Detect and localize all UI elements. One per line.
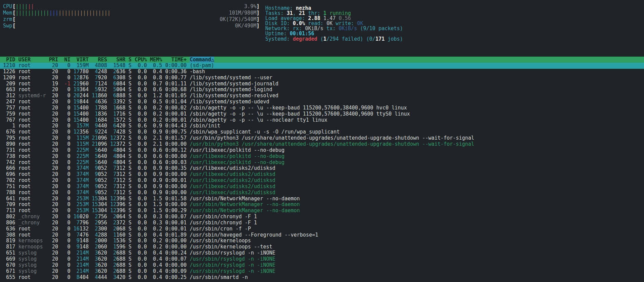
res-cell: 7	[92, 81, 98, 87]
state-cell: S	[125, 268, 131, 274]
res-cell: 2	[92, 238, 98, 244]
command-cell: /usr/sbin/cron -f -P	[187, 226, 251, 232]
process-row-209[interactable]: 209 root 19 -1 21960 7124 6084 S 0.0 0.7…	[0, 81, 644, 87]
res-cell: 4	[92, 99, 98, 105]
process-row-312[interactable]: 312 systemd-r 20 0 20244 11860 6888 S 0.…	[0, 93, 644, 99]
column-header-command[interactable]: Command△	[190, 57, 214, 63]
process-row-671[interactable]: 671 syslog 20 0 214M 3620 2688 S 0.0 0.4…	[0, 268, 644, 275]
swp-meter: Swp[0K/490M]	[3, 23, 259, 29]
pri-cell: 20	[46, 274, 58, 280]
column-header-ni[interactable]: NI	[61, 57, 70, 63]
pri-cell: 20	[46, 153, 58, 159]
process-row-1226[interactable]: 1226 root 20 0 17780 4248 2636 S 0.0 0.4…	[0, 69, 644, 75]
process-row-806[interactable]: 806 _chrony 20 0 7796 2956 2372 S 0.0 0.…	[0, 220, 644, 226]
process-row-696[interactable]: 696 root 20 0 374M 9052 7312 S 0.0 0.9 0…	[0, 172, 644, 178]
process-row-247[interactable]: 247 root 20 0 19844 4636 3392 S 0.0 0.5 …	[0, 99, 644, 105]
process-row-308[interactable]: 308 root 20 0 7476 4288 1160 S 0.0 0.4 0…	[0, 232, 644, 238]
process-row-757[interactable]: 757 root 20 0 15400 1788 1668 S 0.0 0.2 …	[0, 105, 644, 111]
systemd-text: Systemd:	[265, 36, 293, 42]
mem-meter-open-bracket: [	[13, 10, 16, 16]
command-cell: /usr/sbin/NetworkManager --no-daemon	[187, 207, 300, 214]
process-row-666[interactable]: 666 root 20 0 374M 9052 7312 S 0.0 0.9 0…	[0, 165, 644, 172]
process-row-767[interactable]: 767 root 20 0 15400 1684 1572 S 0.0 0.2 …	[0, 117, 644, 123]
cpu-bar-segment-red: ||	[28, 3, 34, 9]
column-header-user[interactable]: USER	[18, 57, 46, 63]
time-cell: 0:01.04	[162, 99, 187, 105]
res-cell: 620	[98, 268, 107, 274]
column-header-mem%[interactable]: MEM%	[150, 57, 162, 63]
state-cell: S	[125, 129, 131, 135]
zrm-meter-close-bracket: ]	[256, 16, 259, 23]
shr-cell: 2	[110, 68, 116, 75]
process-row-1[interactable]: 1 root 20 0 157M 9440 6420 S 0.6 0.9 0:0…	[0, 123, 644, 129]
pri-cell: 20	[46, 159, 58, 165]
process-row-742[interactable]: 742 root 20 0 225M 5640 4804 S 0.0 0.6 0…	[0, 160, 644, 166]
process-row-670[interactable]: 670 syslog 20 0 214M 3620 2688 S 0.0 0.4…	[0, 262, 644, 268]
user-cell: syslog	[15, 256, 46, 262]
process-row-759[interactable]: 759 root 20 0 15400 1836 1716 S 0.0 0.2 …	[0, 111, 644, 117]
time-cell: 0:00.09	[162, 268, 187, 274]
command-cell: /usr/sbin/chronyd -F 1	[187, 220, 257, 226]
column-header-shr[interactable]: SHR	[110, 57, 125, 63]
column-header-cpu%[interactable]: CPU%	[134, 57, 147, 63]
column-header-time+[interactable]: TIME+	[165, 57, 187, 63]
process-row-788[interactable]: 788 root 20 0 374M 9052 7312 S 0.0 0.9 0…	[0, 190, 644, 196]
cpu-cell: 0.0	[131, 141, 147, 147]
time-cell: 0:00.02	[162, 105, 187, 111]
ni-cell: 0	[58, 63, 70, 68]
time-cell: 0:00.01	[162, 226, 187, 232]
column-header-res[interactable]: RES	[92, 57, 107, 63]
user-cell: root	[15, 232, 46, 238]
process-row-636[interactable]: 636 root 20 0 16132 2300 2068 S 0.0 0.2 …	[0, 226, 644, 232]
process-row-731[interactable]: 731 root 20 0 225M 5640 4804 S 0.0 0.6 0…	[0, 147, 644, 154]
process-row-669[interactable]: 669 syslog 20 0 214M 3620 2688 S 0.0 0.4…	[0, 256, 644, 262]
state-cell: S	[125, 68, 131, 75]
virt-cell: 374M	[74, 177, 89, 183]
column-header-virt[interactable]: VIRT	[74, 57, 89, 63]
process-row-819[interactable]: 819 kernoops 20 0 9148 2000 1536 S 0.0 0…	[0, 238, 644, 244]
process-row-676[interactable]: 676 root 20 0 12356 9224 7428 S 0.0 0.9 …	[0, 129, 644, 135]
res-cell: 15	[92, 196, 98, 202]
process-row-1210[interactable]: 1210 root 20 0 159M 4808 1548 S 0.0 0.5 …	[0, 63, 644, 69]
process-row-655[interactable]: 655 root 20 0 8404 4444 3420 S 0.0 0.4 0…	[0, 275, 644, 281]
state-cell: S	[125, 201, 131, 207]
process-row-817[interactable]: 817 kernoops 20 0 9148 2060 1596 S 0.0 0…	[0, 244, 644, 250]
pid-cell: 663	[0, 86, 15, 93]
process-row-751[interactable]: 751 root 20 0 374M 9052 7312 S 0.0 0.9 0…	[0, 184, 644, 190]
column-header-pri[interactable]: PRI	[49, 57, 58, 63]
process-row-802[interactable]: 802 _chrony 20 0 16020 2756 2064 S 0.0 0…	[0, 214, 644, 220]
state-cell: S	[125, 214, 131, 220]
shr-cell: 3	[110, 274, 116, 280]
user-cell: root	[15, 63, 46, 68]
res-cell: 2	[92, 220, 98, 226]
column-header-s[interactable]: S	[128, 57, 131, 63]
process-row-651[interactable]: 651 syslog 20 0 214M 3620 2688 S 0.0 0.4…	[0, 250, 644, 256]
process-row-641[interactable]: 641 root 20 0 253M 15304 12396 S 0.0 1.5…	[0, 196, 644, 202]
process-row-890[interactable]: 890 root 20 0 115M 21096 12372 S 0.0 2.1…	[0, 141, 644, 147]
command-cell: /lib/systemd/systemd-udevd	[187, 99, 269, 105]
ni-cell: 0	[58, 177, 70, 183]
shr-cell: 064	[116, 214, 125, 220]
command-cell: /usr/sbin/chronyd -F 1	[187, 214, 257, 220]
mem-cell: 1.5	[147, 201, 162, 207]
user-cell: root	[15, 75, 46, 81]
process-row-713[interactable]: 713 root 20 0 253M 15304 12396 S 0.0 1.5…	[0, 208, 644, 214]
network-text: 0KiB/s	[339, 25, 357, 32]
virt-cell: 12	[74, 129, 80, 135]
user-cell: root	[15, 189, 46, 196]
process-row-795[interactable]: 795 root 20 0 115M 21096 12372 S 0.0 2.1…	[0, 135, 644, 141]
process-row-1209[interactable]: 1209 root 20 0 12876 7920 6308 S 0.0 0.8…	[0, 75, 644, 81]
process-row-709[interactable]: 709 root 20 0 253M 15304 12396 S 0.0 1.5…	[0, 202, 644, 208]
time-cell: 0:00.00	[162, 153, 187, 159]
res-cell: 5	[92, 147, 98, 153]
mem-cell: 0.2	[147, 105, 162, 111]
mem-cell: 0.3	[147, 214, 162, 220]
process-row-663[interactable]: 663 root 20 0 19364 5932 5004 S 0.0 0.6 …	[0, 87, 644, 93]
res-cell: 096	[98, 135, 107, 141]
shr-cell: 636	[116, 68, 125, 75]
process-row-702[interactable]: 702 root 20 0 374M 9052 7312 S 0.0 0.9 0…	[0, 178, 644, 184]
process-row-738[interactable]: 738 root 20 0 225M 5640 4804 S 0.0 0.6 0…	[0, 154, 644, 160]
state-cell: S	[125, 99, 131, 105]
mem-cell: 0.9	[147, 177, 162, 183]
column-header-pid[interactable]: PID	[3, 57, 15, 63]
